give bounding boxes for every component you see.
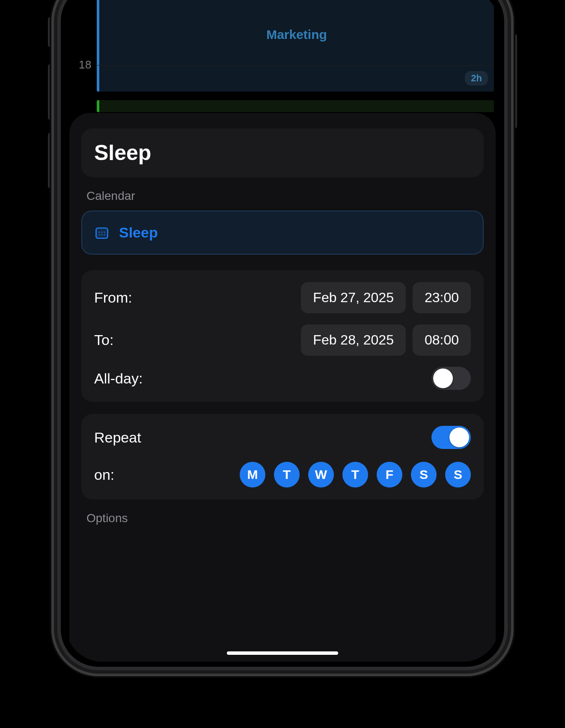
- calendar-icon: [94, 225, 110, 241]
- repeat-day-wed[interactable]: W: [308, 462, 334, 487]
- to-label: To:: [94, 332, 113, 348]
- hour-label-18: 18: [79, 58, 92, 71]
- toggle-knob: [449, 428, 469, 447]
- svg-point-3: [101, 232, 103, 233]
- svg-rect-0: [96, 228, 108, 238]
- allday-toggle[interactable]: [431, 367, 471, 390]
- event-edit-sheet: Sleep Calendar Sleep: [69, 113, 496, 662]
- svg-point-4: [104, 232, 105, 233]
- repeat-day-thu[interactable]: T: [342, 462, 368, 487]
- from-label: From:: [94, 289, 132, 306]
- event-title-input[interactable]: Sleep: [94, 140, 471, 165]
- repeat-day-sun[interactable]: S: [445, 462, 471, 487]
- hour-gridline: [96, 65, 494, 65]
- to-time-picker[interactable]: 08:00: [413, 324, 471, 356]
- svg-point-2: [99, 232, 100, 233]
- event-title: Marketing: [266, 27, 327, 42]
- from-date-picker[interactable]: Feb 27, 2025: [301, 282, 406, 313]
- repeat-card: Repeat on: M T W T F S S: [81, 414, 484, 499]
- home-indicator[interactable]: [227, 651, 338, 655]
- screen: Marketing 2h 18 Sleep Calendar: [66, 0, 499, 662]
- repeat-day-sat[interactable]: S: [411, 462, 437, 487]
- datetime-card: From: Feb 27, 2025 23:00 To: Feb 28, 202…: [81, 270, 484, 402]
- from-time-picker[interactable]: 23:00: [413, 282, 471, 313]
- toggle-knob: [433, 368, 453, 388]
- repeat-label: Repeat: [94, 429, 141, 446]
- to-date-picker[interactable]: Feb 28, 2025: [301, 324, 406, 356]
- on-label: on:: [94, 467, 114, 483]
- options-section-label: Options: [86, 511, 484, 525]
- phone-frame: Marketing 2h 18 Sleep Calendar: [51, 0, 514, 676]
- repeat-days: M T W T F S S: [240, 462, 471, 487]
- calendar-event-green[interactable]: [97, 100, 494, 112]
- svg-point-7: [104, 234, 105, 235]
- svg-point-6: [101, 234, 103, 235]
- calendar-selector[interactable]: Sleep: [81, 211, 484, 255]
- repeat-day-fri[interactable]: F: [377, 462, 402, 487]
- title-card[interactable]: Sleep: [81, 128, 484, 177]
- calendar-selected-name: Sleep: [119, 224, 158, 241]
- calendar-section-label: Calendar: [86, 189, 484, 203]
- svg-point-5: [99, 234, 100, 235]
- repeat-day-tue[interactable]: T: [274, 462, 300, 487]
- repeat-day-mon[interactable]: M: [240, 462, 265, 487]
- repeat-toggle[interactable]: [431, 426, 471, 449]
- allday-label: All-day:: [94, 370, 143, 387]
- event-duration-badge: 2h: [465, 71, 488, 86]
- calendar-event-marketing[interactable]: Marketing 2h: [97, 0, 494, 92]
